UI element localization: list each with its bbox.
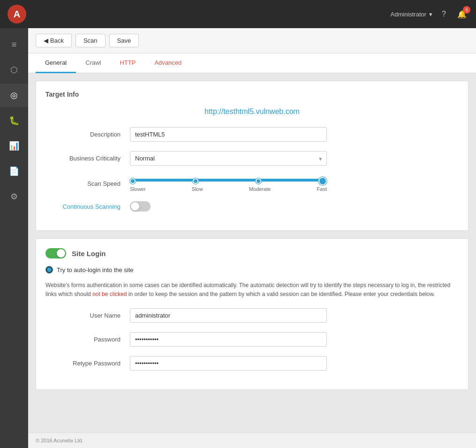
slider-label-fast: Fast bbox=[317, 186, 327, 192]
navbar-right: Administrator ▾ ? 🔔 5 bbox=[391, 8, 468, 21]
toggle-track bbox=[130, 201, 151, 212]
user-dropdown-icon: ▾ bbox=[429, 11, 432, 18]
scan-speed-row: Scan Speed Slower bbox=[45, 175, 459, 192]
retype-password-field-wrapper bbox=[130, 356, 327, 371]
user-label: Administrator bbox=[391, 11, 427, 18]
slider-labels: Slower Slow Moderate Fast bbox=[130, 186, 327, 192]
username-input[interactable] bbox=[130, 308, 327, 323]
tab-general[interactable]: General bbox=[36, 53, 76, 73]
sidebar-item-reports[interactable]: 📊 bbox=[0, 134, 28, 158]
target-info-title: Target Info bbox=[45, 91, 459, 98]
target-info-card: Target Info http://testhtml5.vulnweb.com… bbox=[36, 81, 468, 231]
app-logo: A bbox=[8, 5, 26, 23]
main-content: ◀ Back Scan Save General Crawl HTTP Adva… bbox=[28, 28, 476, 448]
sidebar: ≡ ⬡ ◎ 🐛 📊 📄 ⚙ bbox=[0, 28, 28, 448]
scan-speed-slider-container[interactable]: Slower Slow Moderate Fast bbox=[130, 175, 327, 192]
notifications-button[interactable]: 🔔 5 bbox=[455, 8, 468, 21]
auto-login-row: Try to auto-login into the site bbox=[45, 266, 459, 273]
description-row: Description bbox=[45, 127, 459, 142]
slider-track bbox=[130, 179, 327, 182]
back-arrow-icon: ◀ bbox=[44, 37, 48, 44]
user-menu[interactable]: Administrator ▾ bbox=[391, 11, 433, 18]
retype-password-row: Retype Password bbox=[45, 356, 459, 371]
back-button[interactable]: ◀ Back bbox=[36, 34, 72, 47]
description-input[interactable] bbox=[130, 127, 327, 142]
sidebar-item-documents[interactable]: 📄 bbox=[0, 159, 28, 183]
reports-icon: 📊 bbox=[9, 141, 19, 151]
sidebar-item-menu[interactable]: ≡ bbox=[0, 33, 28, 56]
continuous-scanning-toggle[interactable] bbox=[130, 201, 151, 212]
site-login-header: Site Login bbox=[45, 248, 459, 258]
sidebar-item-settings[interactable]: ⚙ bbox=[0, 185, 28, 208]
password-label: Password bbox=[45, 336, 130, 343]
slider-label-moderate: Moderate bbox=[249, 186, 271, 192]
save-label: Save bbox=[117, 37, 131, 44]
scan-button[interactable]: Scan bbox=[76, 34, 106, 47]
sidebar-item-vulnerabilities[interactable]: 🐛 bbox=[0, 109, 28, 132]
retype-password-label: Retype Password bbox=[45, 360, 130, 367]
continuous-scanning-toggle-wrapper bbox=[130, 201, 327, 212]
page-body: Target Info http://testhtml5.vulnweb.com… bbox=[28, 73, 476, 433]
site-login-title: Site Login bbox=[72, 250, 106, 258]
description-highlight: not be clicked bbox=[92, 291, 127, 297]
menu-icon: ≡ bbox=[12, 40, 17, 50]
auto-login-label: Try to auto-login into the site bbox=[57, 266, 134, 273]
slider-dots bbox=[130, 177, 327, 185]
business-criticality-row: Business Criticality Low Normal High Cri… bbox=[45, 151, 459, 166]
username-row: User Name bbox=[45, 308, 459, 323]
scan-speed-label: Scan Speed bbox=[45, 180, 130, 187]
username-label: User Name bbox=[45, 312, 130, 319]
help-button[interactable]: ? bbox=[440, 8, 448, 20]
footer: © 2016 Acunetix Ltd. bbox=[28, 433, 476, 448]
site-login-toggle[interactable] bbox=[45, 248, 66, 258]
settings-icon: ⚙ bbox=[10, 191, 18, 202]
save-button[interactable]: Save bbox=[109, 34, 139, 47]
notifications-badge: 5 bbox=[463, 6, 470, 14]
slider-label-slow: Slow bbox=[192, 186, 203, 192]
scans-icon: ◎ bbox=[10, 90, 18, 100]
dashboard-icon: ⬡ bbox=[10, 65, 18, 75]
site-login-toggle-thumb bbox=[57, 249, 65, 258]
sidebar-item-dashboard[interactable]: ⬡ bbox=[0, 58, 28, 82]
slider-dot-slow bbox=[193, 178, 198, 184]
auto-login-radio[interactable] bbox=[45, 266, 53, 273]
password-row: Password bbox=[45, 332, 459, 347]
description-label: Description bbox=[45, 131, 130, 138]
toggle-thumb bbox=[131, 202, 139, 211]
retype-password-input[interactable] bbox=[130, 356, 327, 371]
tabs-bar: General Crawl HTTP Advanced bbox=[28, 53, 476, 73]
copyright-text: © 2016 Acunetix Ltd. bbox=[36, 438, 83, 443]
username-field-wrapper bbox=[130, 308, 327, 323]
description-field-wrapper bbox=[130, 127, 327, 142]
tab-crawl[interactable]: Crawl bbox=[76, 53, 110, 73]
target-url: http://testhtml5.vulnweb.com bbox=[45, 107, 459, 116]
site-login-card: Site Login Try to auto-login into the si… bbox=[36, 238, 468, 390]
site-login-toggle-track bbox=[45, 248, 66, 258]
navbar: A Administrator ▾ ? 🔔 5 bbox=[0, 0, 476, 28]
documents-icon: 📄 bbox=[9, 166, 19, 176]
slider-dot-fast bbox=[318, 177, 327, 185]
tab-advanced[interactable]: Advanced bbox=[145, 53, 191, 73]
business-criticality-select-wrapper: Low Normal High Critical ▾ bbox=[130, 151, 327, 166]
continuous-scanning-label: Continuous Scanning bbox=[45, 203, 130, 210]
business-criticality-label: Business Criticality bbox=[45, 155, 130, 162]
login-description: Website's forms authentication in some c… bbox=[45, 281, 459, 299]
slider-dot-moderate bbox=[256, 178, 261, 184]
help-icon: ? bbox=[442, 10, 446, 18]
back-label: Back bbox=[50, 37, 64, 44]
vulnerabilities-icon: 🐛 bbox=[9, 115, 19, 126]
slider-dot-slower bbox=[130, 178, 136, 184]
scan-label: Scan bbox=[83, 37, 98, 44]
business-criticality-select[interactable]: Low Normal High Critical bbox=[130, 151, 327, 166]
app-layout: ≡ ⬡ ◎ 🐛 📊 📄 ⚙ ◀ Back Scan bbox=[0, 28, 476, 448]
slider-label-slower: Slower bbox=[130, 186, 146, 192]
password-input[interactable] bbox=[130, 332, 327, 347]
tab-http[interactable]: HTTP bbox=[110, 53, 145, 73]
password-field-wrapper bbox=[130, 332, 327, 347]
sidebar-item-scans[interactable]: ◎ bbox=[0, 84, 28, 107]
continuous-scanning-row: Continuous Scanning bbox=[45, 201, 459, 212]
toolbar: ◀ Back Scan Save bbox=[28, 28, 476, 53]
description-part2: in order to keep the session and the pat… bbox=[127, 291, 435, 297]
